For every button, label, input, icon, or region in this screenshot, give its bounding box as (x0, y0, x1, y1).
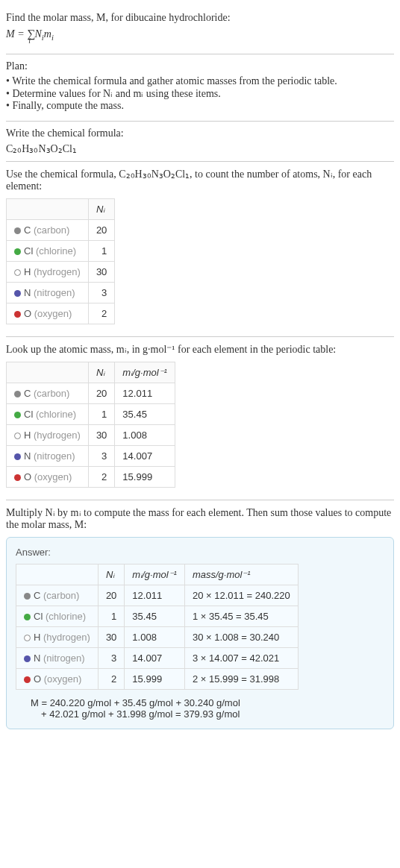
element-label: H (hydrogen) (24, 430, 81, 441)
ni-cell: 30 (88, 424, 114, 445)
mi-cell: 12.011 (115, 383, 175, 403)
table-row: C (carbon)2012.01120 × 12.011 = 240.220 (16, 585, 299, 606)
count-atoms-section: Use the chemical formula, C₂₀H₃₀N₃O₂Cl₁,… (6, 162, 394, 337)
mi-cell: 14.007 (125, 647, 185, 668)
count-atoms-table: Nᵢ C (carbon)20Cl (chlorine)1H (hydrogen… (6, 198, 115, 324)
mass-cell: 1 × 35.45 = 35.45 (184, 606, 298, 626)
table-row: C (carbon)20 (7, 219, 115, 240)
element-cell: O (oxygen) (7, 303, 89, 324)
intro-section: Find the molar mass, M, for dibucaine hy… (6, 6, 394, 54)
element-cell: C (carbon) (16, 585, 99, 606)
ni-cell: 1 (98, 606, 124, 626)
element-label: N (nitrogen) (24, 450, 75, 462)
ni-cell: 3 (98, 647, 124, 668)
element-dot-icon (14, 248, 21, 255)
element-cell: N (nitrogen) (7, 445, 89, 466)
element-label: Cl (chlorine) (34, 611, 86, 622)
element-dot-icon (14, 453, 21, 460)
table-row: O (oxygen)215.999 (7, 466, 175, 487)
ni-cell: 30 (88, 261, 114, 282)
ni-cell: 3 (88, 445, 114, 466)
element-cell: C (carbon) (7, 219, 89, 240)
table-row: C (carbon)2012.011 (7, 383, 175, 403)
answer-table: Nᵢ mᵢ/g·mol⁻¹ mass/g·mol⁻¹ C (carbon)201… (16, 564, 299, 690)
plan-list: • Write the chemical formula and gather … (6, 75, 394, 112)
ni-cell: 20 (88, 383, 114, 403)
table-header-row: Nᵢ mᵢ/g·mol⁻¹ mass/g·mol⁻¹ (16, 564, 299, 585)
element-label: H (hydrogen) (24, 266, 81, 277)
element-dot-icon (24, 635, 31, 641)
mi-cell: 14.007 (115, 445, 175, 466)
element-label: C (carbon) (24, 388, 69, 399)
chemical-formula-section: Write the chemical formula: C₂₀H₃₀N₃O₂Cl… (6, 122, 394, 162)
header-empty (7, 198, 89, 219)
table-row: O (oxygen)215.9992 × 15.999 = 31.998 (16, 668, 299, 689)
element-cell: N (nitrogen) (16, 647, 99, 668)
atomic-mass-table: Nᵢ mᵢ/g·mol⁻¹ C (carbon)2012.011Cl (chlo… (6, 362, 175, 488)
header-empty (7, 362, 89, 383)
ni-cell: 20 (98, 585, 124, 606)
element-cell: N (nitrogen) (7, 282, 89, 303)
answer-box: Answer: Nᵢ mᵢ/g·mol⁻¹ mass/g·mol⁻¹ C (ca… (6, 537, 394, 729)
element-cell: Cl (chlorine) (16, 606, 99, 626)
header-mi: mᵢ/g·mol⁻¹ (125, 564, 185, 585)
element-cell: C (carbon) (7, 383, 89, 403)
mass-cell: 20 × 12.011 = 240.220 (184, 585, 298, 606)
ni-cell: 2 (88, 303, 114, 324)
element-label: N (nitrogen) (24, 287, 75, 298)
element-dot-icon (14, 433, 21, 439)
atomic-mass-section: Look up the atomic mass, mᵢ, in g·mol⁻¹ … (6, 337, 394, 500)
ni-cell: 2 (88, 466, 114, 487)
element-label: O (oxygen) (24, 308, 72, 319)
element-dot-icon (24, 593, 31, 600)
mass-cell: 2 × 15.999 = 31.998 (184, 668, 298, 689)
table-row: H (hydrogen)30 (7, 261, 115, 282)
header-ni: Nᵢ (98, 564, 124, 585)
plan-section: Plan: • Write the chemical formula and g… (6, 54, 394, 122)
header-empty (16, 564, 99, 585)
mi-cell: 15.999 (125, 668, 185, 689)
answer-title: Answer: (16, 547, 384, 558)
plan-item-2: • Determine values for Nᵢ and mᵢ using t… (6, 87, 394, 100)
element-cell: Cl (chlorine) (7, 403, 89, 424)
element-label: H (hydrogen) (34, 632, 90, 643)
atomic-mass-text: Look up the atomic mass, mᵢ, in g·mol⁻¹ … (6, 343, 394, 356)
plan-heading: Plan: (6, 60, 394, 72)
mi-cell: 35.45 (125, 606, 185, 626)
element-cell: H (hydrogen) (7, 261, 89, 282)
element-cell: Cl (chlorine) (7, 240, 89, 261)
final-equation: M = 240.220 g/mol + 35.45 g/mol + 30.240… (16, 697, 384, 720)
ni-cell: 2 (98, 668, 124, 689)
table-row: H (hydrogen)301.008 (7, 424, 175, 445)
element-label: O (oxygen) (34, 673, 81, 685)
ni-cell: 3 (88, 282, 114, 303)
chemical-formula-value: C₂₀H₃₀N₃O₂Cl₁ (6, 142, 394, 155)
ni-cell: 1 (88, 240, 114, 261)
formula-Ni: Nimi (34, 28, 53, 40)
element-label: Cl (chlorine) (24, 409, 76, 420)
element-dot-icon (14, 311, 21, 318)
mass-cell: 30 × 1.008 = 30.240 (184, 626, 298, 647)
header-mass: mass/g·mol⁻¹ (184, 564, 298, 585)
element-dot-icon (14, 412, 21, 418)
multiply-text: Multiply Nᵢ by mᵢ to compute the mass fo… (6, 506, 394, 531)
intro-line1: Find the molar mass, M, for dibucaine hy… (6, 12, 394, 24)
ni-cell: 20 (88, 219, 114, 240)
count-atoms-text: Use the chemical formula, C₂₀H₃₀N₃O₂Cl₁,… (6, 168, 394, 192)
element-cell: O (oxygen) (16, 668, 99, 689)
table-row: N (nitrogen)314.0073 × 14.007 = 42.021 (16, 647, 299, 668)
table-header-row: Nᵢ (7, 198, 115, 219)
final-line2: + 42.021 g/mol + 31.998 g/mol = 379.93 g… (31, 708, 384, 720)
table-row: O (oxygen)2 (7, 303, 115, 324)
final-line1: M = 240.220 g/mol + 35.45 g/mol + 30.240… (31, 697, 384, 708)
element-label: C (carbon) (24, 224, 69, 236)
table-row: H (hydrogen)301.00830 × 1.008 = 30.240 (16, 626, 299, 647)
element-label: O (oxygen) (24, 471, 72, 482)
table-header-row: Nᵢ mᵢ/g·mol⁻¹ (7, 362, 175, 383)
multiply-section: Multiply Nᵢ by mᵢ to compute the mass fo… (6, 500, 394, 735)
table-row: Cl (chlorine)135.45 (7, 403, 175, 424)
element-label: Cl (chlorine) (24, 245, 76, 257)
element-cell: H (hydrogen) (7, 424, 89, 445)
ni-cell: 1 (88, 403, 114, 424)
mass-cell: 3 × 14.007 = 42.021 (184, 647, 298, 668)
